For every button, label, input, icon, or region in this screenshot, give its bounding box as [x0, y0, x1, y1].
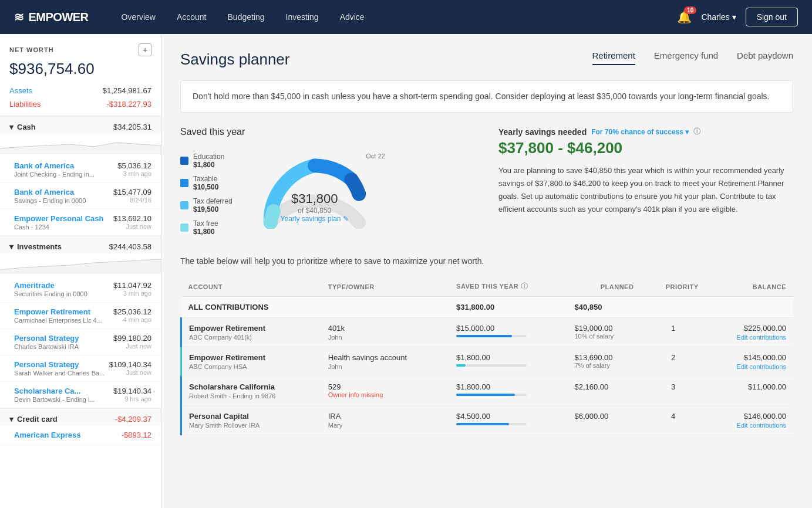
progress-fill [456, 423, 509, 425]
nav-account[interactable]: Account [167, 8, 216, 26]
section-header-credit-card[interactable]: ▾ Credit card -$4,209.37 [0, 408, 161, 426]
net-worth-section: NET WORTH + $936,754.60 Assets $1,254,98… [0, 34, 161, 116]
donut-edit-link[interactable]: Yearly savings plan ✎ [281, 215, 349, 223]
logo-icon: ≋ [14, 10, 24, 24]
tab-debt-paydown[interactable]: Debt paydown [737, 50, 793, 65]
edit-contributions-link[interactable]: Edit contributions [713, 363, 786, 370]
row-type: 529 Owner info missing [321, 377, 449, 406]
donut-main-value: $31,800 [281, 191, 349, 206]
account-item-scholarshare[interactable]: Scholarshare Ca... Devin Bartowski - End… [0, 382, 161, 408]
account-item-boa-checking[interactable]: Bank of America Joint Checking - Ending … [0, 157, 161, 183]
account-sub: Savings - Ending in 0000 [14, 197, 86, 204]
account-item-personal-strategy-charles[interactable]: Personal Strategy Charles Bartowski IRA … [0, 329, 161, 355]
notifications-button[interactable]: 🔔 10 [677, 10, 692, 24]
progress-bar [456, 394, 527, 396]
account-item-amex[interactable]: American Express -$893.12 [0, 426, 161, 445]
row-saved: $4,500.00 [449, 406, 567, 435]
section-credit-card-label: Credit card [17, 415, 58, 424]
row-saved: $1,800.00 [449, 377, 567, 406]
nav-advice[interactable]: Advice [331, 8, 374, 26]
nav-investing[interactable]: Investing [277, 8, 328, 26]
tab-retirement[interactable]: Retirement [592, 50, 635, 65]
account-item-boa-savings[interactable]: Bank of America Savings - Ending in 0000… [0, 183, 161, 209]
brand-logo: ≋ EMPOWER [14, 10, 89, 24]
svg-marker-0 [0, 143, 161, 154]
progress-fill [456, 394, 515, 396]
table-row: Scholarshare California Robert Smith - E… [181, 377, 794, 406]
legend-education: Education $1,800 [180, 153, 233, 169]
row-priority: 3 [641, 377, 705, 406]
investments-mini-chart [0, 253, 161, 274]
donut-sub1: of $40,850 [281, 206, 349, 215]
tab-emergency-fund[interactable]: Emergency fund [654, 50, 718, 65]
col-planned: PLANNED [567, 277, 641, 297]
edit-contributions-link[interactable]: Edit contributions [713, 334, 786, 341]
chevron-down-icon: ▾ [685, 128, 689, 136]
signout-button[interactable]: Sign out [746, 8, 798, 26]
col-account: ACCOUNT [181, 277, 321, 297]
legend-color-education [180, 157, 188, 165]
account-item-empower-cash[interactable]: Empower Personal Cash Cash - 1234 $13,69… [0, 209, 161, 236]
sidebar-section-cash: ▾ Cash $34,205.31 Bank of America Joint … [0, 116, 161, 236]
col-saved: SAVED THIS YEAR ⓘ [449, 277, 567, 297]
saved-info-icon[interactable]: ⓘ [521, 282, 528, 290]
row-balance: $146,000.00 Edit contributions [706, 406, 793, 435]
row-saved: $1,800.00 [449, 347, 567, 377]
account-name: Bank of America [14, 188, 86, 197]
info-icon[interactable]: ⓘ [693, 127, 700, 137]
account-name: Empower Personal Cash [14, 214, 103, 223]
edit-contributions-link[interactable]: Edit contributions [713, 422, 786, 429]
row-priority: 2 [641, 347, 705, 377]
section-header-investments[interactable]: ▾ Investments $244,403.58 [0, 236, 161, 253]
table-section: The table below will help you to priorit… [180, 255, 793, 435]
account-item-ameritrade[interactable]: Ameritrade Securities Ending in 0000 $11… [0, 276, 161, 303]
table-header-row: ACCOUNT TYPE/OWNER SAVED THIS YEAR ⓘ PLA… [181, 277, 794, 297]
nav-budgeting[interactable]: Budgeting [218, 8, 274, 26]
assets-amount: $1,254,981.67 [103, 86, 151, 95]
section-credit-card-amount: -$4,209.37 [115, 415, 151, 424]
chevron-down-icon: ▾ [9, 242, 14, 251]
savings-panel: Yearly savings needed For 70% chance of … [498, 127, 793, 236]
progress-fill [456, 364, 466, 367]
progress-fill [456, 335, 512, 337]
row-account: Empower Retirement ABC Company HSA [181, 347, 321, 377]
row-priority: 1 [641, 318, 705, 347]
user-menu-button[interactable]: Charles ▾ [701, 12, 736, 22]
sidebar-section-credit-card: ▾ Credit card -$4,209.37 American Expres… [0, 408, 161, 445]
sidebar-section-investments: ▾ Investments $244,403.58 Ameritrade Sec… [0, 236, 161, 408]
svg-marker-1 [0, 259, 161, 274]
legend-color-tax-free [180, 223, 188, 232]
legend-color-tax-deferred [180, 201, 188, 209]
row-account: Scholarshare California Robert Smith - E… [181, 377, 321, 406]
donut-chart: Oct 22 [244, 147, 385, 229]
row-planned: $13,690.00 7% of salary [567, 347, 641, 377]
account-item-personal-strategy-sarah[interactable]: Personal Strategy Sarah Walker and Charl… [0, 355, 161, 382]
summary-balance [706, 297, 793, 318]
navbar-right: 🔔 10 Charles ▾ Sign out [677, 8, 798, 26]
legend-color-taxable [180, 179, 188, 187]
table-row: Empower Retirement ABC Company HSA Healt… [181, 347, 794, 377]
legend-taxable: Taxable $10,500 [180, 175, 233, 191]
row-planned: $6,000.00 [567, 406, 641, 435]
liabilities-row: Liabilities -$318,227.93 [9, 97, 151, 111]
row-balance: $225,000.00 Edit contributions [706, 318, 793, 347]
brand-name: ≋ EMPOWER [14, 10, 89, 24]
section-header-cash[interactable]: ▾ Cash $34,205.31 [0, 116, 161, 134]
chart-legend: Education $1,800 Taxable $10,500 [180, 147, 233, 236]
cash-mini-chart [0, 134, 161, 154]
nav-overview[interactable]: Overview [112, 8, 165, 26]
account-item-empower-retirement[interactable]: Empower Retirement Carmichael Enterprise… [0, 303, 161, 329]
col-balance: BALANCE [706, 277, 793, 297]
chart-panel: Saved this year Education $1,800 [180, 127, 475, 236]
summary-saved: $31,800.00 [449, 297, 567, 318]
table-summary-row: ALL CONTRIBUTIONS $31,800.00 $40,850 [181, 297, 794, 318]
owner-missing-label: Owner info missing [328, 391, 442, 398]
col-priority: PRIORITY [641, 277, 705, 297]
row-priority: 4 [641, 406, 705, 435]
add-account-button[interactable]: + [139, 43, 151, 56]
table-row: Empower Retirement ABC Company 401(k) 40… [181, 318, 794, 347]
col-type: TYPE/OWNER [321, 277, 449, 297]
row-balance: $11,000.00 [706, 377, 793, 406]
chance-selector[interactable]: For 70% chance of success ▾ [591, 128, 689, 136]
chart-title: Saved this year [180, 127, 475, 137]
